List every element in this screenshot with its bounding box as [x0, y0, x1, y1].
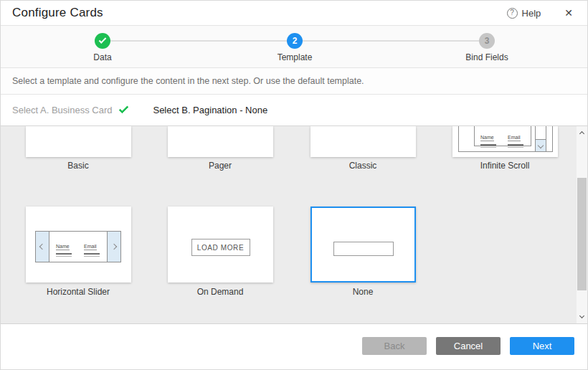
step-bind-fields-label: Bind Fields: [444, 52, 530, 62]
next-button[interactable]: Next: [510, 337, 574, 355]
help-button[interactable]: ? Help: [507, 8, 541, 19]
instruction-bar: Select a template and configure the cont…: [1, 68, 587, 95]
template-card-on-demand[interactable]: LOAD MORE: [168, 207, 273, 283]
question-circle-icon: ?: [507, 8, 518, 19]
field-line: [84, 253, 100, 255]
slider-prev-button: [36, 232, 49, 262]
template-card-horizontal-slider[interactable]: Name Email: [26, 207, 131, 283]
step-template-circle: 2: [287, 33, 303, 49]
load-more-button-thumbnail: LOAD MORE: [191, 239, 250, 256]
gallery-scrollbar[interactable]: [577, 126, 587, 323]
slider-next-button: [107, 232, 120, 262]
horizontal-slider-thumbnail: Name Email: [35, 231, 121, 262]
field-line: [56, 253, 72, 255]
dialog-header: Configure Cards ? Help ✕: [1, 1, 587, 26]
field-line: [84, 256, 100, 257]
template-label-none: None: [305, 287, 420, 297]
page-title: Configure Cards: [12, 6, 103, 20]
chevron-down-icon: [579, 313, 584, 318]
close-icon[interactable]: ✕: [561, 6, 576, 20]
cancel-button[interactable]: Cancel: [436, 337, 501, 355]
mini-scrollbar: [535, 126, 546, 152]
configure-cards-dialog: Configure Cards ? Help ✕ Data 2 Template…: [0, 0, 588, 370]
template-label-pager: Pager: [163, 161, 278, 171]
chevron-right-icon: [111, 244, 117, 250]
select-b-pagination[interactable]: Select B. Pagination - None: [153, 105, 267, 115]
wizard-stepper: Data 2 Template 3 Bind Fields: [1, 26, 587, 68]
step-template[interactable]: 2 Template: [252, 26, 338, 62]
header-actions: ? Help ✕: [507, 6, 576, 20]
mini-card: Name Email: [49, 232, 107, 262]
check-icon: [99, 36, 107, 44]
field-line: [508, 147, 523, 148]
template-card-infinite-scroll[interactable]: Name Email: [452, 126, 558, 157]
template-card-pager[interactable]: [168, 126, 273, 157]
step-bind-fields[interactable]: 3 Bind Fields: [444, 26, 530, 62]
step-template-label: Template: [252, 52, 338, 62]
chevron-down-icon: [538, 143, 544, 148]
field-line: [480, 147, 496, 148]
field-line: [56, 256, 72, 257]
chevron-left-icon: [39, 244, 45, 250]
template-card-basic[interactable]: [26, 126, 131, 157]
help-label: Help: [522, 8, 541, 19]
template-label-basic: Basic: [21, 161, 136, 171]
dialog-footer: Back Cancel Next: [1, 324, 587, 367]
mini-card: Name Email: [474, 126, 531, 146]
back-button[interactable]: Back: [362, 337, 427, 355]
step-data-circle: [95, 33, 110, 49]
mini-scroll-down-button: [536, 139, 546, 151]
select-a-label: Select A. Business Card: [12, 105, 112, 115]
scroll-down-button[interactable]: [577, 310, 587, 321]
field-line: [508, 144, 523, 146]
step-data-label: Data: [60, 52, 146, 62]
scroll-up-button[interactable]: [577, 128, 587, 139]
mini-field-name: Name: [56, 238, 72, 257]
scrollbar-thumb[interactable]: [577, 178, 587, 290]
template-label-horizontal-slider: Horizontal Slider: [21, 287, 136, 297]
instruction-text: Select a template and configure the cont…: [12, 76, 364, 86]
mini-field-email: Email: [508, 129, 523, 148]
field-line: [480, 144, 496, 146]
infinite-scroll-thumbnail: Name Email: [458, 126, 553, 152]
template-label-infinite-scroll: Infinite Scroll: [447, 161, 562, 171]
green-check-icon: [119, 103, 129, 113]
mini-field-email: Email: [84, 238, 100, 257]
select-a-business-card[interactable]: Select A. Business Card: [12, 105, 128, 115]
step-bind-fields-circle: 3: [479, 33, 495, 49]
template-card-none-selected[interactable]: [310, 207, 416, 283]
mini-field-name: Name: [480, 129, 496, 148]
selection-bar: Select A. Business Card Select B. Pagina…: [1, 95, 587, 126]
none-thumbnail-rect: [333, 242, 394, 256]
chevron-up-icon: [579, 131, 584, 136]
template-gallery: Basic Pager Classic Name Email: [1, 126, 587, 324]
step-data[interactable]: Data: [60, 26, 146, 62]
template-label-on-demand: On Demand: [163, 287, 278, 297]
template-label-classic: Classic: [305, 161, 420, 171]
template-card-classic[interactable]: [310, 126, 416, 157]
